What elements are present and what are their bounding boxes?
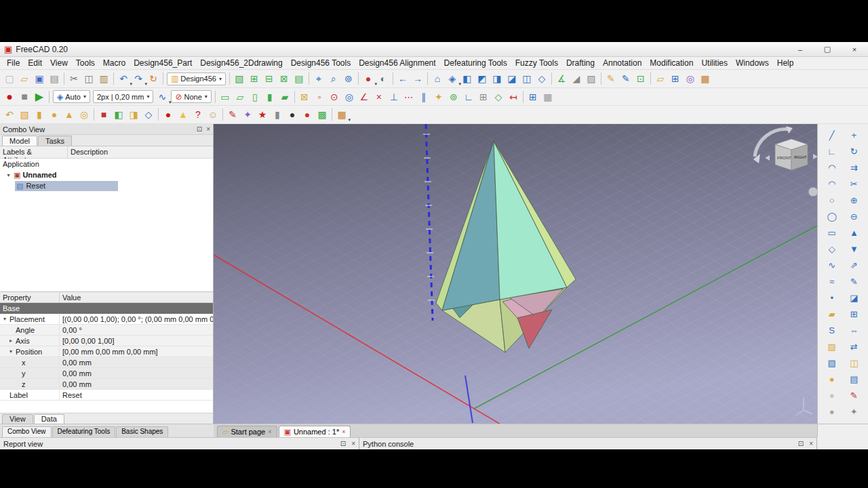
view-rear[interactable]: ◪ <box>505 71 519 86</box>
draft-hatch[interactable]: ▨ <box>824 339 840 354</box>
float-panel-icon[interactable]: ⊡ <box>340 440 346 447</box>
view-isometric[interactable]: ◈▾ <box>445 71 460 86</box>
expander-icon[interactable]: ▾ <box>5 172 12 178</box>
expander-icon[interactable]: ▸ <box>7 338 14 344</box>
whats-this-help[interactable]: ? <box>191 107 205 122</box>
cut[interactable]: ✂ <box>66 71 81 86</box>
property-value[interactable]: [0,00 mm 0,00 mm 0,00 mm] <box>60 346 213 357</box>
draw-style[interactable]: ●▾ <box>361 71 376 86</box>
tree-root-application[interactable]: Application <box>0 159 213 169</box>
random-color[interactable]: ▦ <box>698 71 713 86</box>
draft-upgrade[interactable]: ▲ <box>846 225 862 240</box>
draft-scale[interactable]: ⇗ <box>846 258 862 272</box>
view-front[interactable]: ◧ <box>460 71 475 86</box>
sphere-red[interactable]: ● <box>300 107 315 122</box>
draft-slab-green[interactable]: ▮ <box>262 89 277 104</box>
shape-builder[interactable]: ◇ <box>141 107 156 122</box>
undo-move[interactable]: ↶ <box>2 107 17 122</box>
view-right[interactable]: ◨ <box>490 71 505 86</box>
part-box[interactable]: ▧ <box>17 107 32 122</box>
menu-item-fuzzy-tools[interactable]: Fuzzy Tools <box>511 58 562 68</box>
edit-sketch[interactable]: ✎ <box>618 71 633 86</box>
measure-distance[interactable]: ∡ <box>554 71 569 86</box>
draft-heal[interactable]: ✦ <box>846 404 862 419</box>
sphere-gray[interactable]: ● <box>824 404 840 419</box>
menu-item-file[interactable]: File <box>3 58 24 68</box>
menu-item-macro[interactable]: Macro <box>99 58 130 68</box>
snap-extension[interactable]: ⋯ <box>401 89 416 104</box>
draft-clone[interactable]: ◫ <box>846 355 862 370</box>
save-document[interactable]: ▣ <box>32 71 47 86</box>
draft-annotation[interactable]: ✎ <box>846 388 862 403</box>
property-row-position[interactable]: ▾Position[0,00 mm 0,00 mm 0,00 mm] <box>0 346 213 357</box>
star-shape[interactable]: ★ <box>255 107 270 122</box>
color-per-face[interactable]: ▦▾ <box>334 107 349 122</box>
menu-item-windows[interactable]: Windows <box>732 58 773 68</box>
draft-circle[interactable]: ○ <box>824 192 840 207</box>
property-row-label[interactable]: LabelReset <box>0 390 213 401</box>
snap-perpendicular[interactable]: ⊥ <box>387 89 401 104</box>
property-value[interactable]: 0,00 mm <box>60 368 213 378</box>
snap-angle[interactable]: ∠ <box>357 89 372 104</box>
draft-point[interactable]: • <box>824 290 840 305</box>
draft-facebinder[interactable]: ▰ <box>824 306 840 321</box>
expander-icon[interactable]: ▾ <box>1 316 8 322</box>
autogroup[interactable]: ⊘None▾ <box>171 90 211 103</box>
view-bottom[interactable]: ◫ <box>519 71 534 86</box>
menu-item-design456-tools[interactable]: Design456 Tools <box>287 58 355 68</box>
line-width[interactable]: 2px | 0,20 mm▾ <box>93 90 154 103</box>
draft-join[interactable]: ⊕ <box>846 192 862 207</box>
draft-line[interactable]: ╱ <box>824 127 840 142</box>
tab-view[interactable]: View <box>2 414 33 424</box>
design456-part-box[interactable]: ▧ <box>232 71 247 86</box>
redo[interactable]: ↷▾ <box>131 71 146 86</box>
tab-tasks[interactable]: Tasks <box>38 136 72 146</box>
close-panel-icon[interactable]: × <box>809 440 813 447</box>
expander-icon[interactable]: ▾ <box>7 348 14 354</box>
macro-record[interactable]: ● <box>2 89 17 104</box>
design456-merge[interactable]: ⊟ <box>262 71 277 86</box>
3d-scene[interactable]: FRONT RIGHT <box>214 124 817 424</box>
view-home[interactable]: ⌂ <box>430 71 445 86</box>
tab-start-page[interactable]: ▱ Start page × <box>217 426 277 437</box>
property-row-z[interactable]: z0,00 mm <box>0 379 213 390</box>
menu-item-view[interactable]: View <box>46 58 72 68</box>
smiley-tool[interactable]: ☺ <box>205 107 220 122</box>
snap-parallel[interactable]: ∥ <box>416 89 431 104</box>
draft-polyline[interactable]: ∟ <box>824 144 840 159</box>
value-column-header[interactable]: Value <box>60 292 213 302</box>
menu-item-design456-2ddrawing[interactable]: Design456_2Ddrawing <box>196 58 286 68</box>
snap-grid[interactable]: ⊞ <box>476 89 491 104</box>
draft-shapestring[interactable]: S <box>824 323 840 338</box>
paint-face[interactable]: ✎ <box>225 107 240 122</box>
property-value[interactable]: [(0,00 0,00 1,00); 0,00 °; (0,00 mm 0,00… <box>60 314 213 324</box>
snap-midpoint[interactable]: ⊙ <box>327 89 342 104</box>
snap-near[interactable]: ⊚ <box>446 89 461 104</box>
view-top[interactable]: ◩ <box>475 71 490 86</box>
property-value[interactable]: [0,00 0,00 1,00] <box>60 336 213 346</box>
navcube-menu-button[interactable] <box>808 187 817 197</box>
close-tab-icon[interactable]: × <box>268 428 271 435</box>
menu-item-drafting[interactable]: Drafting <box>562 58 599 68</box>
design456-group[interactable]: ▤ <box>292 71 307 86</box>
toggle-grid[interactable]: ⊞ <box>526 89 540 104</box>
draft-stretch[interactable]: ⇄ <box>846 339 862 354</box>
menu-item-help[interactable]: Help <box>773 58 798 68</box>
property-row-angle[interactable]: Angle0,00 ° <box>0 325 213 336</box>
pyramid-tool[interactable]: ▲ <box>176 107 191 122</box>
menu-item-modification[interactable]: Modification <box>646 58 697 68</box>
nav-back[interactable]: ← <box>395 71 410 86</box>
refresh[interactable]: ↻ <box>146 71 161 86</box>
part-box-small[interactable]: ▧ <box>824 355 840 370</box>
property-row-y[interactable]: y0,00 mm <box>0 368 213 379</box>
selected-item-highlight[interactable]: ▧ Reset <box>15 181 118 191</box>
view-left[interactable]: ◇ <box>534 71 549 86</box>
extract-face[interactable]: ◧ <box>111 107 126 122</box>
map-sketch[interactable]: ⊡ <box>633 71 648 86</box>
snap-working-plane[interactable]: ◇ <box>491 89 506 104</box>
draft-split[interactable]: ⊖ <box>846 209 862 224</box>
sphere-light[interactable]: ● <box>824 388 840 403</box>
close-button[interactable]: × <box>841 42 868 56</box>
macro-play[interactable]: ▶ <box>32 89 47 104</box>
tab-data[interactable]: Data <box>34 414 64 424</box>
